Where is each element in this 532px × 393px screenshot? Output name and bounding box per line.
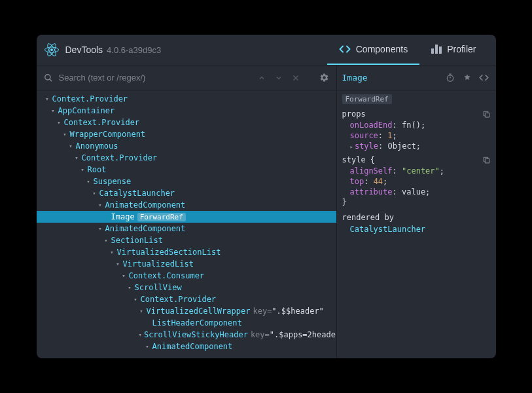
tree-node[interactable]: ▾VirtualizedCellWrapperkey=".$$header": [37, 305, 336, 317]
component-name: AnimatedComponent: [105, 200, 186, 210]
components-icon: [339, 45, 351, 54]
tree-node[interactable]: ▾AnimatedComponent: [37, 199, 336, 211]
settings-button[interactable]: [318, 71, 331, 84]
component-name: Suspense: [94, 177, 132, 186]
component-tree[interactable]: ▾Context.Provider▾AppContainer▾Context.P…: [37, 90, 336, 358]
section-header: props: [337, 105, 496, 120]
svg-line-8: [49, 79, 52, 81]
app-title: DevTools: [65, 45, 103, 55]
expand-arrow-icon[interactable]: ▾: [121, 272, 127, 279]
key-attr: key=".$apps=2header": [251, 330, 336, 339]
tree-node[interactable]: ▾SectionList: [37, 234, 336, 246]
expand-arrow-icon[interactable]: ▾: [127, 284, 133, 291]
tree-node[interactable]: ▾Context.Consumer: [37, 270, 336, 282]
tree-node[interactable]: ListHeaderComponent: [37, 317, 336, 329]
profiler-icon: [431, 45, 442, 54]
titlebar: DevTools 4.0.6-a39d9c3 Components Profil…: [37, 35, 496, 66]
expand-arrow-icon[interactable]: ▾: [145, 343, 151, 350]
tab-label: Components: [356, 44, 408, 54]
body: ▾Context.Provider▾AppContainer▾Context.P…: [37, 66, 496, 358]
tab-label: Profiler: [447, 44, 476, 54]
search-input[interactable]: [59, 73, 251, 83]
view-source-button[interactable]: [478, 71, 491, 84]
expand-arrow-icon[interactable]: ▾: [103, 237, 109, 244]
react-logo-icon: [44, 43, 59, 57]
inspector-title: Image: [342, 73, 440, 83]
tree-node[interactable]: ▾ScrollViewStickyHeaderkey=".$apps=2head…: [37, 329, 336, 341]
expand-arrow-icon[interactable]: ▾: [98, 225, 103, 232]
component-name: VirtualizedList: [123, 259, 194, 269]
tab-components[interactable]: Components: [327, 35, 419, 65]
tree-node[interactable]: ▾AnimatedComponent: [37, 223, 336, 234]
tree-node[interactable]: ▾Anonymous: [37, 140, 336, 152]
prop-row[interactable]: ▸style: Object;: [337, 141, 496, 151]
closing-brace: }: [337, 197, 496, 206]
tree-node[interactable]: ▾CatalystLauncher: [37, 187, 336, 199]
search-prev-button[interactable]: [255, 71, 268, 84]
tree-node[interactable]: ▾WrapperComponent: [37, 128, 336, 140]
component-name: Root: [88, 165, 107, 174]
rendered-by-link[interactable]: CatalystLauncher: [337, 225, 496, 234]
expand-arrow-icon[interactable]: ▾: [92, 190, 98, 196]
component-name: WrapperComponent: [70, 130, 146, 139]
searchbar: [37, 66, 336, 90]
tabs: Components Profiler: [327, 35, 488, 65]
section-header: style {: [337, 151, 496, 166]
prop-row[interactable]: alignSelf: "center";: [337, 166, 496, 176]
expand-arrow-icon[interactable]: ▾: [80, 166, 86, 173]
prop-row[interactable]: attribute: value;: [337, 187, 496, 197]
expand-arrow-icon[interactable]: ▾: [86, 178, 92, 185]
component-name: ScrollView: [135, 283, 182, 292]
tree-node[interactable]: ▾Context.Provider: [37, 93, 336, 105]
component-name: AppContainer: [58, 106, 115, 115]
tree-node[interactable]: ▾Root: [37, 164, 336, 176]
expand-arrow-icon[interactable]: ▾: [62, 131, 68, 138]
expand-arrow-icon[interactable]: ▾: [139, 331, 142, 338]
tree-node[interactable]: ▾Suspense: [37, 176, 336, 187]
expand-arrow-icon[interactable]: ▾: [50, 107, 56, 114]
component-name: Context.Consumer: [129, 271, 205, 280]
svg-rect-14: [485, 113, 489, 117]
tree-node[interactable]: ▾AnimatedComponent: [37, 341, 336, 352]
component-name: Context.Provider: [82, 153, 158, 162]
tree-node[interactable]: ▾AppContainer: [37, 105, 336, 117]
inspector-body: ForwardRefpropsonLoadEnd: fn();source: 1…: [337, 90, 496, 358]
prop-row[interactable]: source: 1;: [337, 130, 496, 141]
tree-node[interactable]: ▾Context.Provider: [37, 152, 336, 164]
component-name: CatalystLauncher: [99, 189, 175, 198]
tree-node[interactable]: ▾VirtualizedList: [37, 258, 336, 270]
svg-point-0: [50, 48, 53, 51]
expand-arrow-icon[interactable]: ▸: [350, 143, 353, 150]
expand-arrow-icon[interactable]: ▾: [44, 96, 50, 102]
suspend-button[interactable]: [444, 71, 457, 84]
prop-row[interactable]: top: 44;: [337, 176, 496, 187]
expand-arrow-icon[interactable]: ▾: [139, 308, 145, 314]
component-name: VirtualizedSectionList: [117, 248, 221, 257]
expand-arrow-icon[interactable]: ▾: [98, 202, 103, 208]
expand-arrow-icon[interactable]: ▾: [133, 296, 139, 303]
svg-rect-15: [485, 159, 489, 163]
expand-arrow-icon[interactable]: ▾: [56, 119, 62, 126]
copy-button[interactable]: [482, 156, 491, 164]
search-next-button[interactable]: [272, 71, 285, 84]
svg-rect-5: [435, 45, 438, 54]
hoc-badge: ForwardRef: [137, 213, 186, 221]
copy-button[interactable]: [482, 110, 491, 119]
right-panel: Image ForwardRefpropsonLoadEnd: fn();sou…: [337, 66, 496, 358]
search-clear-button[interactable]: [289, 71, 302, 84]
type-badge: ForwardRef: [342, 94, 392, 104]
expand-arrow-icon[interactable]: ▾: [68, 143, 74, 149]
tree-node[interactable]: ImageForwardRef: [37, 211, 336, 223]
tree-node[interactable]: ▾Context.Provider: [37, 293, 336, 305]
expand-arrow-icon[interactable]: ▾: [115, 261, 121, 267]
tree-node[interactable]: ▾VirtualizedSectionList: [37, 246, 336, 258]
expand-arrow-icon[interactable]: ▾: [74, 155, 80, 161]
component-name: Context.Provider: [141, 295, 217, 304]
tree-node[interactable]: ▾ScrollView: [37, 282, 336, 293]
expand-arrow-icon[interactable]: ▾: [109, 249, 115, 255]
inspect-dom-button[interactable]: [461, 71, 474, 84]
prop-row[interactable]: onLoadEnd: fn();: [337, 120, 496, 130]
key-attr: key=".$$header": [253, 307, 323, 316]
tab-profiler[interactable]: Profiler: [419, 35, 488, 65]
tree-node[interactable]: ▾Context.Provider: [37, 117, 336, 128]
